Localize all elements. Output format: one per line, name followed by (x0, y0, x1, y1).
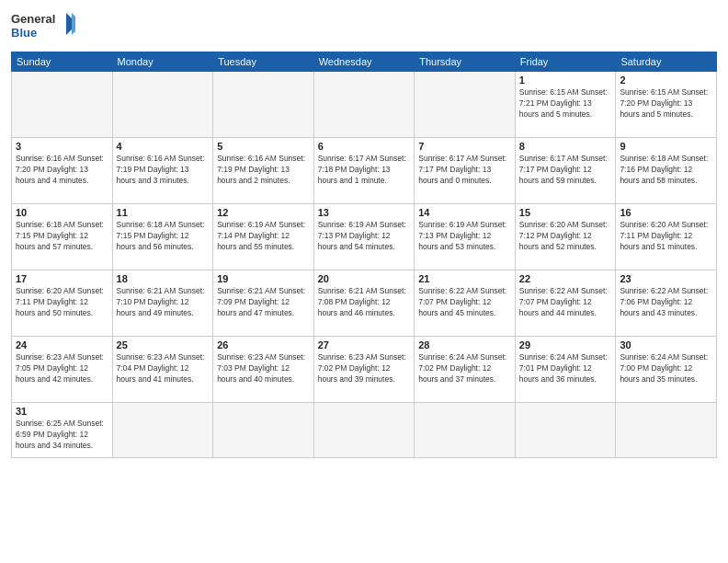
calendar-cell: 9Sunrise: 6:18 AM Sunset: 7:16 PM Daylig… (616, 138, 717, 204)
day-info: Sunrise: 6:23 AM Sunset: 7:02 PM Dayligh… (318, 352, 411, 385)
day-number: 16 (620, 207, 712, 218)
day-number: 9 (620, 141, 712, 152)
day-number: 29 (519, 339, 612, 350)
calendar-cell: 4Sunrise: 6:16 AM Sunset: 7:19 PM Daylig… (112, 138, 213, 204)
weekday-header-saturday: Saturday (616, 52, 717, 72)
calendar-cell (616, 403, 717, 458)
calendar-week-1: 1Sunrise: 6:15 AM Sunset: 7:21 PM Daylig… (12, 72, 717, 138)
day-info: Sunrise: 6:20 AM Sunset: 7:11 PM Dayligh… (16, 286, 108, 319)
day-info: Sunrise: 6:22 AM Sunset: 7:07 PM Dayligh… (418, 286, 511, 319)
calendar-cell (213, 72, 314, 138)
calendar-cell: 5Sunrise: 6:16 AM Sunset: 7:19 PM Daylig… (213, 138, 314, 204)
day-info: Sunrise: 6:16 AM Sunset: 7:19 PM Dayligh… (117, 154, 210, 187)
day-number: 17 (16, 273, 108, 284)
day-info: Sunrise: 6:21 AM Sunset: 7:10 PM Dayligh… (117, 286, 210, 319)
day-info: Sunrise: 6:20 AM Sunset: 7:11 PM Dayligh… (620, 220, 712, 253)
weekday-header-tuesday: Tuesday (213, 52, 314, 72)
calendar-cell: 21Sunrise: 6:22 AM Sunset: 7:07 PM Dayli… (415, 270, 516, 337)
svg-text:General: General (11, 12, 55, 26)
day-info: Sunrise: 6:24 AM Sunset: 7:00 PM Dayligh… (620, 352, 712, 385)
day-info: Sunrise: 6:17 AM Sunset: 7:18 PM Dayligh… (318, 154, 411, 187)
day-number: 19 (217, 273, 310, 284)
calendar-cell: 17Sunrise: 6:20 AM Sunset: 7:11 PM Dayli… (12, 270, 113, 337)
calendar-week-5: 24Sunrise: 6:23 AM Sunset: 7:05 PM Dayli… (12, 337, 717, 403)
calendar-cell: 18Sunrise: 6:21 AM Sunset: 7:10 PM Dayli… (112, 270, 213, 337)
calendar-cell: 19Sunrise: 6:21 AM Sunset: 7:09 PM Dayli… (213, 270, 314, 337)
calendar-cell: 6Sunrise: 6:17 AM Sunset: 7:18 PM Daylig… (313, 138, 415, 204)
day-info: Sunrise: 6:20 AM Sunset: 7:12 PM Dayligh… (519, 220, 612, 253)
calendar-cell: 25Sunrise: 6:23 AM Sunset: 7:04 PM Dayli… (112, 337, 213, 403)
day-info: Sunrise: 6:15 AM Sunset: 7:20 PM Dayligh… (620, 87, 712, 121)
calendar-body: 1Sunrise: 6:15 AM Sunset: 7:21 PM Daylig… (12, 72, 717, 458)
day-number: 8 (519, 141, 612, 152)
day-info: Sunrise: 6:24 AM Sunset: 7:01 PM Dayligh… (519, 352, 612, 385)
calendar-cell: 1Sunrise: 6:15 AM Sunset: 7:21 PM Daylig… (515, 72, 616, 138)
day-number: 12 (217, 207, 310, 218)
day-info: Sunrise: 6:23 AM Sunset: 7:03 PM Dayligh… (217, 352, 310, 385)
calendar-cell (415, 403, 516, 458)
day-info: Sunrise: 6:22 AM Sunset: 7:07 PM Dayligh… (519, 286, 612, 319)
day-info: Sunrise: 6:25 AM Sunset: 6:59 PM Dayligh… (16, 419, 108, 452)
weekday-row: SundayMondayTuesdayWednesdayThursdayFrid… (12, 52, 717, 72)
day-number: 21 (418, 273, 511, 284)
day-info: Sunrise: 6:21 AM Sunset: 7:09 PM Dayligh… (217, 286, 310, 319)
calendar-header: SundayMondayTuesdayWednesdayThursdayFrid… (12, 52, 717, 72)
calendar-cell: 7Sunrise: 6:17 AM Sunset: 7:17 PM Daylig… (415, 138, 516, 204)
calendar-week-6: 31Sunrise: 6:25 AM Sunset: 6:59 PM Dayli… (12, 403, 717, 458)
day-number: 4 (117, 141, 210, 152)
calendar-cell (415, 72, 516, 138)
calendar-cell: 15Sunrise: 6:20 AM Sunset: 7:12 PM Dayli… (515, 204, 616, 270)
calendar-cell (112, 403, 213, 458)
day-number: 10 (16, 207, 108, 218)
calendar-cell (515, 403, 616, 458)
day-info: Sunrise: 6:19 AM Sunset: 7:13 PM Dayligh… (318, 220, 411, 253)
calendar-cell: 30Sunrise: 6:24 AM Sunset: 7:00 PM Dayli… (616, 337, 717, 403)
calendar-cell: 12Sunrise: 6:19 AM Sunset: 7:14 PM Dayli… (213, 204, 314, 270)
day-number: 27 (318, 339, 411, 350)
day-number: 20 (318, 273, 411, 284)
calendar-week-4: 17Sunrise: 6:20 AM Sunset: 7:11 PM Dayli… (12, 270, 717, 337)
calendar-cell: 22Sunrise: 6:22 AM Sunset: 7:07 PM Dayli… (515, 270, 616, 337)
calendar-week-2: 3Sunrise: 6:16 AM Sunset: 7:20 PM Daylig… (12, 138, 717, 204)
calendar-cell: 11Sunrise: 6:18 AM Sunset: 7:15 PM Dayli… (112, 204, 213, 270)
day-number: 30 (620, 339, 712, 350)
calendar-cell: 29Sunrise: 6:24 AM Sunset: 7:01 PM Dayli… (515, 337, 616, 403)
calendar-cell: 3Sunrise: 6:16 AM Sunset: 7:20 PM Daylig… (12, 138, 113, 204)
calendar-cell (313, 403, 415, 458)
calendar-cell: 10Sunrise: 6:18 AM Sunset: 7:15 PM Dayli… (12, 204, 113, 270)
day-number: 22 (519, 273, 612, 284)
day-number: 11 (117, 207, 210, 218)
calendar-cell (313, 72, 415, 138)
calendar-cell: 20Sunrise: 6:21 AM Sunset: 7:08 PM Dayli… (313, 270, 415, 337)
day-info: Sunrise: 6:19 AM Sunset: 7:14 PM Dayligh… (217, 220, 310, 253)
day-info: Sunrise: 6:23 AM Sunset: 7:04 PM Dayligh… (117, 352, 210, 385)
svg-marker-3 (72, 13, 75, 35)
day-number: 2 (620, 75, 712, 86)
day-info: Sunrise: 6:16 AM Sunset: 7:19 PM Dayligh… (217, 154, 310, 187)
calendar-cell: 23Sunrise: 6:22 AM Sunset: 7:06 PM Dayli… (616, 270, 717, 337)
day-number: 6 (318, 141, 411, 152)
day-info: Sunrise: 6:23 AM Sunset: 7:05 PM Dayligh… (16, 352, 108, 385)
calendar-cell (12, 72, 113, 138)
page-header: General Blue (11, 9, 717, 44)
weekday-header-friday: Friday (515, 52, 616, 72)
svg-text:Blue: Blue (11, 26, 37, 40)
day-number: 25 (117, 339, 210, 350)
calendar-week-3: 10Sunrise: 6:18 AM Sunset: 7:15 PM Dayli… (12, 204, 717, 270)
day-info: Sunrise: 6:21 AM Sunset: 7:08 PM Dayligh… (318, 286, 411, 319)
day-info: Sunrise: 6:15 AM Sunset: 7:21 PM Dayligh… (519, 87, 612, 121)
weekday-header-sunday: Sunday (12, 52, 113, 72)
day-number: 14 (418, 207, 511, 218)
day-number: 23 (620, 273, 712, 284)
weekday-header-thursday: Thursday (415, 52, 516, 72)
calendar-cell: 27Sunrise: 6:23 AM Sunset: 7:02 PM Dayli… (313, 337, 415, 403)
day-number: 5 (217, 141, 310, 152)
day-number: 28 (418, 339, 511, 350)
day-info: Sunrise: 6:18 AM Sunset: 7:15 PM Dayligh… (117, 220, 210, 253)
day-number: 18 (117, 273, 210, 284)
calendar-cell: 31Sunrise: 6:25 AM Sunset: 6:59 PM Dayli… (12, 403, 113, 458)
day-info: Sunrise: 6:17 AM Sunset: 7:17 PM Dayligh… (418, 154, 511, 187)
day-number: 13 (318, 207, 411, 218)
day-number: 1 (519, 75, 612, 86)
logo-svg: General Blue (11, 9, 75, 44)
